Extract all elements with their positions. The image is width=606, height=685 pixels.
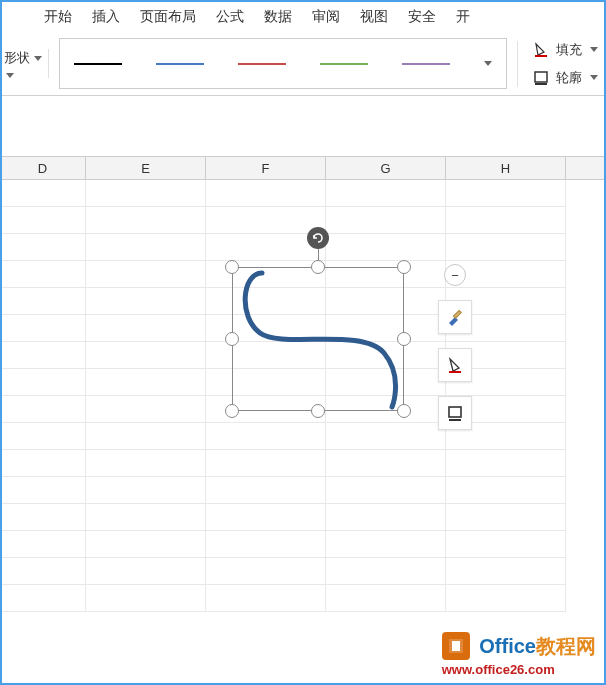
shape-label: 形状 — [4, 49, 30, 67]
menu-formula[interactable]: 公式 — [216, 8, 244, 26]
outline-label: 轮廓 — [556, 69, 582, 87]
outline-icon — [532, 69, 550, 87]
column-headers: D E F G H — [0, 156, 606, 180]
col-header-g[interactable]: G — [326, 157, 446, 179]
dropdown-icon — [6, 73, 14, 78]
line-swatch-red[interactable] — [238, 63, 286, 65]
svg-rect-5 — [449, 407, 461, 417]
svg-rect-0 — [535, 55, 547, 57]
menu-bar: 开始 插入 页面布局 公式 数据 审阅 视图 安全 开 — [0, 0, 606, 32]
secondary-dropdown[interactable] — [4, 73, 14, 78]
fill-label: 填充 — [556, 41, 582, 59]
watermark-brand-cn: 教程网 — [536, 635, 596, 657]
table-row[interactable] — [0, 207, 606, 234]
dropdown-icon — [590, 47, 598, 52]
table-row[interactable] — [0, 180, 606, 207]
menu-review[interactable]: 审阅 — [312, 8, 340, 26]
selected-shape[interactable] — [232, 267, 404, 411]
watermark-brand-en: Office — [479, 635, 536, 657]
line-style-gallery[interactable] — [59, 38, 507, 89]
svg-rect-6 — [449, 419, 461, 421]
resize-handle-ml[interactable] — [225, 332, 239, 346]
svg-rect-3 — [453, 310, 461, 318]
watermark-url: www.office26.com — [442, 662, 596, 677]
shape-outline-button[interactable] — [438, 396, 472, 430]
line-swatch-purple[interactable] — [402, 63, 450, 65]
svg-rect-4 — [449, 371, 461, 373]
col-header-h[interactable]: H — [446, 157, 566, 179]
shape-dropdown-group: 形状 — [4, 49, 49, 78]
rotate-handle[interactable] — [307, 227, 329, 249]
table-row[interactable] — [0, 477, 606, 504]
fill-bucket-icon — [445, 355, 465, 375]
menu-view[interactable]: 视图 — [360, 8, 388, 26]
menu-insert[interactable]: 插入 — [92, 8, 120, 26]
dropdown-icon — [590, 75, 598, 80]
ribbon: 形状 填充 轮廓 — [0, 32, 606, 96]
outline-dropdown[interactable]: 轮廓 — [532, 69, 598, 87]
col-header-d[interactable]: D — [0, 157, 86, 179]
menu-page-layout[interactable]: 页面布局 — [140, 8, 196, 26]
fill-outline-group: 填充 轮廓 — [517, 41, 598, 87]
table-row[interactable] — [0, 423, 606, 450]
shape-fill-button[interactable] — [438, 348, 472, 382]
menu-start[interactable]: 开始 — [44, 8, 72, 26]
format-painter-button[interactable] — [438, 300, 472, 334]
brush-icon — [445, 307, 465, 327]
svg-rect-1 — [535, 72, 547, 82]
col-header-f[interactable]: F — [206, 157, 326, 179]
resize-handle-br[interactable] — [397, 404, 411, 418]
resize-handle-mr[interactable] — [397, 332, 411, 346]
table-row[interactable] — [0, 531, 606, 558]
table-row[interactable] — [0, 450, 606, 477]
col-header-e[interactable]: E — [86, 157, 206, 179]
menu-security[interactable]: 安全 — [408, 8, 436, 26]
fill-icon — [532, 41, 550, 59]
outline-rect-icon — [445, 403, 465, 423]
watermark-logo-icon — [442, 632, 470, 660]
table-row[interactable] — [0, 558, 606, 585]
resize-handle-bl[interactable] — [225, 404, 239, 418]
line-swatch-black[interactable] — [74, 63, 122, 65]
gallery-more-icon[interactable] — [484, 61, 492, 66]
resize-handle-tc[interactable] — [311, 260, 325, 274]
line-swatch-blue[interactable] — [156, 63, 204, 65]
menu-data[interactable]: 数据 — [264, 8, 292, 26]
menu-more[interactable]: 开 — [456, 8, 470, 26]
spreadsheet-area: D E F G H — [0, 156, 606, 612]
resize-handle-bc[interactable] — [311, 404, 325, 418]
table-row[interactable] — [0, 585, 606, 612]
table-row[interactable] — [0, 234, 606, 261]
collapse-tools-button[interactable]: − — [444, 264, 466, 286]
shape-dropdown[interactable]: 形状 — [4, 49, 42, 67]
fill-dropdown[interactable]: 填充 — [532, 41, 598, 59]
table-row[interactable] — [0, 504, 606, 531]
line-swatch-green[interactable] — [320, 63, 368, 65]
floating-shape-tools: − — [438, 264, 472, 430]
resize-handle-tl[interactable] — [225, 260, 239, 274]
resize-handle-tr[interactable] — [397, 260, 411, 274]
minus-icon: − — [451, 268, 459, 283]
watermark: Office教程网 www.office26.com — [442, 633, 596, 677]
grid-rows: − — [0, 180, 606, 612]
dropdown-icon — [34, 56, 42, 61]
freeform-curve-shape[interactable] — [232, 267, 404, 411]
svg-rect-2 — [535, 83, 547, 85]
